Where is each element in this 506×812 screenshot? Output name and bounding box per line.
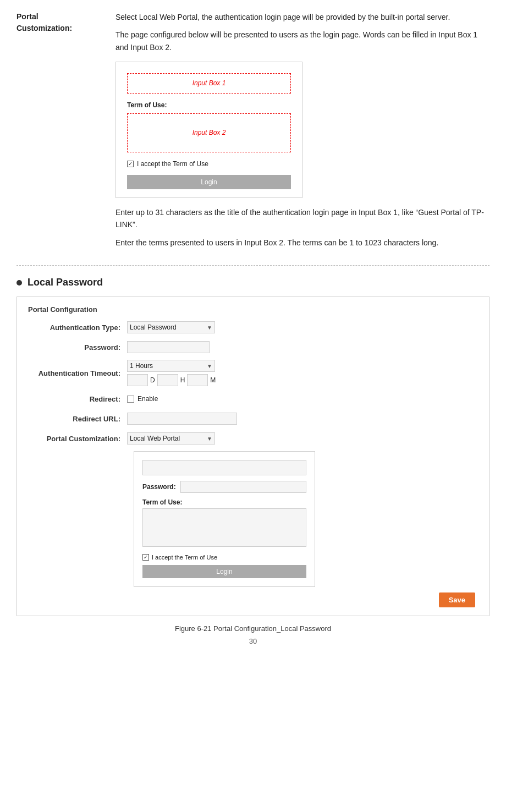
inner-checkbox-row: ✓ I accept the Term of Use [142,554,306,561]
redirect-url-row: Redirect URL: [28,412,478,426]
local-password-heading: Local Password [16,277,490,288]
page-number: 30 [16,637,490,645]
inner-password-input[interactable] [180,481,306,493]
timeout-value: 1 Hours [130,362,153,370]
timeout-m-input[interactable] [187,374,208,386]
portal-customization-label: Portal Customization: [16,11,105,254]
local-password-title: Local Password [28,277,103,288]
save-btn-row: Save [28,592,478,607]
preview-checkbox: ✓ [127,161,134,167]
auth-type-arrow: ▼ [207,325,212,331]
password-control [127,341,210,353]
password-row: Password: [28,340,478,354]
redirect-url-label: Redirect URL: [28,415,127,423]
portal-customization-content: Select Local Web Portal, the authenticat… [116,11,490,254]
auth-timeout-control: 1 Hours ▼ D H M [127,360,216,386]
timeout-d-input[interactable] [127,374,148,386]
auth-timeout-label: Authentication Timeout: [28,369,127,377]
auth-timeout-row: Authentication Timeout: 1 Hours ▼ D H [28,360,478,386]
inner-terms-textarea[interactable] [142,508,306,547]
figure-caption: Figure 6-21 Portal Configuration_Local P… [16,624,490,633]
local-password-section: Local Password Portal Configuration Auth… [16,277,490,616]
page-container: Portal Customization: Select Local Web P… [0,0,506,662]
redirect-control: Enable [127,395,158,403]
description-1: Select Local Web Portal, the authenticat… [116,11,490,23]
timeout-h-label: H [180,376,185,384]
config-box-title: Portal Configuration [28,305,478,314]
preview-checkbox-row: ✓ I accept the Term of Use [127,159,291,169]
login-page-preview: Input Box 1 Term of Use: Input Box 2 ✓ I… [116,62,302,198]
preview-input-box-2: Input Box 2 [127,113,291,152]
portal-configuration-box: Portal Configuration Authentication Type… [16,297,490,616]
description-4: Enter the terms presented to users in In… [116,237,490,249]
auth-type-value: Local Password [130,323,177,331]
inner-login-button[interactable]: Login [142,565,306,578]
inner-accept-label: I accept the Term of Use [152,554,217,561]
auth-type-row: Authentication Type: Local Password ▼ [28,320,478,334]
inner-portal-preview-row: Password: Term of Use: ✓ I accept the Te… [134,451,478,587]
portal-custom-label: Portal Customization: [28,435,127,443]
section-divider [16,265,490,266]
timeout-d-label: D [150,376,155,384]
portal-custom-control: Local Web Portal ▼ [127,432,215,445]
timeout-inputs: D H M [127,374,216,386]
portal-custom-value: Local Web Portal [130,435,180,442]
description-2: The page configured below will be presen… [116,29,490,53]
redirect-row: Redirect: Enable [28,392,478,406]
inner-term-label: Term of Use: [142,498,306,506]
redirect-url-control [127,413,237,425]
redirect-label: Redirect: [28,395,127,403]
auth-type-label: Authentication Type: [28,323,127,332]
inner-password-label: Password: [142,483,176,491]
preview-input-box-1: Input Box 1 [127,73,291,94]
timeout-arrow: ▼ [207,363,212,369]
redirect-url-input[interactable] [127,413,237,425]
timeout-m-label: M [210,376,216,384]
portal-custom-row: Portal Customization: Local Web Portal ▼ [28,431,478,446]
portal-custom-select[interactable]: Local Web Portal ▼ [127,432,215,445]
inner-accept-checkbox[interactable]: ✓ [142,554,149,561]
timeout-select[interactable]: 1 Hours ▼ [127,360,215,372]
save-button[interactable]: Save [439,592,475,607]
inner-portal-preview: Password: Term of Use: ✓ I accept the Te… [134,451,315,587]
timeout-wrapper: 1 Hours ▼ D H M [127,360,216,386]
preview-login-button[interactable]: Login [127,175,291,189]
inner-password-row: Password: [142,481,306,493]
portal-customization-section: Portal Customization: Select Local Web P… [16,11,490,254]
description-3: Enter up to 31 characters as the title o… [116,206,490,231]
preview-term-label: Term of Use: [127,100,291,111]
password-input[interactable] [127,341,210,353]
auth-type-control: Local Password ▼ [127,321,215,333]
portal-custom-arrow: ▼ [207,436,212,442]
auth-type-select[interactable]: Local Password ▼ [127,321,215,333]
inner-title-input[interactable] [142,460,306,475]
redirect-checkbox[interactable] [127,396,134,403]
password-label: Password: [28,343,127,352]
timeout-h-input[interactable] [157,374,178,386]
bullet-icon [16,280,22,286]
preview-checkbox-label: I accept the Term of Use [137,159,208,169]
redirect-checkbox-label: Enable [138,395,158,403]
redirect-checkbox-row: Enable [127,395,158,403]
